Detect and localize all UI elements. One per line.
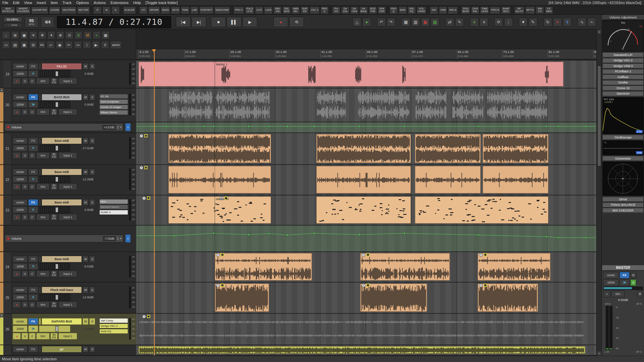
play-circle-icon[interactable]: ▶	[92, 41, 100, 49]
pan-control[interactable]: center	[13, 169, 28, 175]
plugin-button-vertigo-vsc-2[interactable]: Vertigo VSC-2	[602, 58, 644, 63]
global-automation-mode[interactable]: none	[3, 23, 22, 27]
mute-badge-icon[interactable]: M	[84, 31, 92, 39]
toolbar-button-pro-c[interactable]: PRO C	[233, 6, 244, 14]
pan-control[interactable]: center	[13, 94, 28, 101]
route-button[interactable]: >	[28, 176, 38, 183]
track-name[interactable]: gtr	[42, 346, 82, 353]
media-item[interactable]	[452, 89, 485, 120]
monitor-button[interactable]: ⊙	[21, 109, 28, 115]
analysis-button-tonal-balance[interactable]: TONAL BALANCE	[602, 202, 644, 207]
solo-button[interactable]: S	[89, 346, 95, 353]
toolbar-button-vsc-2[interactable]: VSC 2	[310, 6, 320, 14]
mute-button[interactable]: M	[83, 199, 89, 206]
fx-button[interactable]: FX	[28, 346, 38, 353]
mixer-icon[interactable]: ▤	[11, 41, 19, 49]
track-lane-26[interactable]	[136, 314, 596, 345]
bpm-display[interactable]: 95 BPM	[25, 17, 38, 27]
pan-control[interactable]: center	[13, 318, 28, 325]
toolbar-button-bp-fx[interactable]: BP FX	[525, 6, 535, 14]
input-select[interactable]: Input 1	[58, 152, 77, 159]
toolbar-button-bass[interactable]: BASS	[161, 6, 170, 14]
track-name[interactable]: Bass midi	[42, 199, 82, 206]
media-item[interactable]	[215, 89, 271, 120]
toolbar-button-cho-ral[interactable]: CHO RAL	[471, 6, 479, 14]
toolbar-button-sup-er[interactable]: SUP ER	[301, 6, 309, 14]
toolbar-button-rm-fx[interactable]: RM FX	[536, 6, 544, 14]
loop-source-icon[interactable]	[479, 253, 483, 257]
volume-fader[interactable]	[39, 263, 70, 270]
track-number[interactable]: 20	[3, 88, 12, 122]
track-panel-21[interactable]: 21centerFXBass midiMS100W>-17.01dB●⊙∅tri…	[0, 133, 136, 165]
toolbar-button-dou-bler[interactable]: DOU BLER	[461, 6, 471, 14]
master-solo-button[interactable]: S	[630, 279, 636, 286]
menu-item-edit[interactable]: Edit	[11, 1, 22, 5]
phase-button[interactable]: ∅	[29, 214, 36, 221]
track-number[interactable]: 25	[3, 283, 12, 313]
master-mute-button[interactable]: M	[630, 272, 636, 279]
media-item[interactable]	[168, 134, 271, 163]
toolbar-button-de-breat[interactable]: De Breat	[359, 6, 368, 14]
media-item[interactable]	[215, 253, 312, 281]
solo-button[interactable]: S	[89, 94, 95, 101]
envelope-value[interactable]: -7.05dB	[103, 236, 116, 241]
toolbar-button-maschine[interactable]: MASCHINE	[214, 6, 230, 14]
phase-button[interactable]: ∅	[29, 333, 36, 340]
envelope-spinner[interactable]: ▴▾	[117, 237, 118, 240]
gear-icon[interactable]: ⚙	[637, 291, 643, 297]
import-media-icon[interactable]: ↓	[2, 31, 10, 39]
chevron-down-icon[interactable]: ▾	[120, 126, 121, 129]
toolbar-button-la2a[interactable]: LA2A	[264, 6, 273, 14]
toolbar-button-insert-folders[interactable]: INSERT FOLDERS	[16, 6, 30, 14]
fx-list-icon[interactable]: ≡	[480, 18, 488, 26]
media-item[interactable]	[316, 166, 411, 193]
menu-item-actions[interactable]: Actions	[91, 1, 108, 5]
pan-control[interactable]: center	[13, 199, 28, 206]
fx-chain-item[interactable]: VC 2A	[99, 94, 128, 99]
track-number[interactable]: 21	[3, 133, 12, 164]
redo-icon[interactable]: ↷	[387, 18, 395, 26]
metronome-icon[interactable]: △	[353, 18, 361, 26]
mute-button[interactable]: M	[83, 346, 89, 353]
route-button[interactable]: >	[28, 70, 38, 77]
toolbar-button-guitar-rig[interactable]: GUITAR RIG	[31, 6, 48, 14]
envelope-curve[interactable]	[136, 122, 596, 132]
track-lane-21[interactable]	[136, 133, 596, 165]
pan-control[interactable]: center	[13, 287, 28, 293]
input-select[interactable]: Input 1	[58, 78, 77, 84]
track-name[interactable]: FILLS1	[42, 63, 82, 70]
toolbar-button-shap-box[interactable]: SHAP BOX	[501, 6, 511, 14]
media-item[interactable]	[168, 166, 271, 193]
item-lock-icon[interactable]	[366, 284, 370, 287]
folder-toggle-button[interactable]: ▾	[0, 314, 3, 317]
envelope-info-button[interactable]: i	[125, 235, 130, 242]
fx-bypass-divider[interactable]	[39, 318, 41, 325]
ripple-edit-icon[interactable]: ▨	[431, 18, 439, 26]
route-button[interactable]: >	[28, 294, 38, 301]
plugin-button-spectrum[interactable]: Spectrum	[602, 91, 644, 96]
trim-button[interactable]: trim	[36, 214, 50, 221]
item-grouping-icon[interactable]: ▩	[421, 18, 430, 26]
record-arm-button[interactable]: ●	[13, 301, 21, 308]
mute-button[interactable]: M	[83, 63, 89, 70]
track-panel-20[interactable]: ▾20centerFXBASS BUSMS100W≫0.00dB●⊙∅trimI…	[0, 88, 136, 122]
toolbar-button-kontakt[interactable]: KONTAKT	[199, 6, 214, 14]
zoom-icon[interactable]: ⊙	[65, 31, 73, 39]
item-lock-icon[interactable]	[147, 315, 150, 318]
fx-chain-item[interactable]: Hive	[99, 199, 128, 204]
record-arm-button[interactable]: ●	[13, 214, 21, 221]
mouse-icon[interactable]: ↦	[74, 41, 82, 49]
route-button[interactable]: ≫	[28, 101, 38, 108]
media-item[interactable]	[316, 89, 347, 120]
toolbar-button-soo-the[interactable]: SOO THE	[369, 6, 377, 14]
mute-button[interactable]: M	[83, 169, 89, 175]
toolbar-button-keys[interactable]: KEYS	[171, 6, 180, 14]
master-trim-button[interactable]: trim	[611, 291, 625, 297]
fx-button[interactable]: FX	[28, 256, 38, 262]
item-lock-icon[interactable]	[221, 284, 224, 287]
add-track-icon[interactable]: +	[93, 31, 101, 39]
toolbar-button-ssl-eq[interactable]: SSL EQ	[408, 6, 416, 14]
plugin-button-gullfoss[interactable]: Gullfoss	[602, 74, 644, 79]
media-item[interactable]	[415, 89, 448, 120]
fx-chain-item[interactable]: Vertigo VSC-2	[99, 323, 128, 328]
